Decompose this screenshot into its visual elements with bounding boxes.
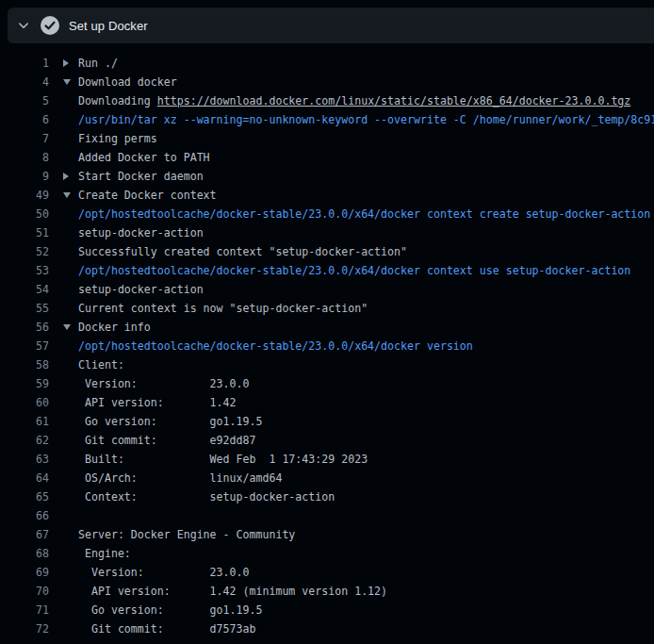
log-line-body: Version: 23.0.0 — [49, 563, 654, 582]
line-number[interactable]: 68 — [0, 544, 49, 563]
log-group-line[interactable]: 1Run ./ — [0, 54, 654, 73]
log-text: Server: Docker Engine - Community — [78, 528, 295, 541]
log-line-body: Git commit: d7573ab — [49, 619, 654, 638]
log-line-body: Go version: go1.19.5 — [49, 601, 654, 619]
log-text: Go version: go1.19.5 — [78, 415, 262, 428]
step-title: Set up Docker — [69, 19, 148, 33]
log-link[interactable]: https://download.docker.com/linux/static… — [157, 94, 631, 107]
step-header[interactable]: Set up Docker — [8, 8, 654, 43]
line-number[interactable]: 8 — [0, 148, 49, 167]
line-number[interactable]: 58 — [0, 355, 49, 374]
group-title: Start Docker daemon — [78, 170, 204, 183]
check-circle-icon — [41, 16, 59, 35]
log-group-line[interactable]: 56Docker info — [0, 318, 654, 337]
log-line: 7Fixing perms — [0, 129, 654, 148]
log-line: 68 Engine: — [0, 544, 654, 563]
log-text: API version: 1.42 — [78, 396, 237, 409]
log-line-body: Server: Docker Engine - Community — [49, 525, 654, 544]
line-number[interactable]: 67 — [0, 525, 49, 544]
line-number[interactable]: 56 — [0, 318, 49, 337]
triangle-right-icon[interactable] — [63, 59, 69, 67]
log-line: 58Client: — [0, 355, 654, 374]
log-line: 61 Go version: go1.19.5 — [0, 412, 654, 431]
log-text: Current context is now "setup-docker-act… — [78, 302, 368, 315]
log-line-body: Built: Wed Feb 1 17:43:29 2023 — [49, 450, 654, 469]
log-line-body: /opt/hostedtoolcache/docker-stable/23.0.… — [49, 205, 654, 223]
log-line-body[interactable]: Create Docker context — [49, 186, 654, 205]
triangle-down-icon[interactable] — [63, 192, 71, 198]
line-number[interactable]: 60 — [0, 393, 49, 412]
log-group-line[interactable]: 9Start Docker daemon — [0, 167, 654, 186]
chevron-down-icon[interactable] — [16, 18, 31, 33]
line-number[interactable]: 50 — [0, 205, 49, 223]
log-line: 6/usr/bin/tar xz --warning=no-unknown-ke… — [0, 110, 654, 129]
line-number[interactable]: 61 — [0, 412, 49, 431]
log-line: 69 Version: 23.0.0 — [0, 563, 654, 582]
line-number[interactable]: 4 — [0, 73, 49, 91]
group-title: Run ./ — [78, 57, 118, 70]
log-group-line[interactable]: 49Create Docker context — [0, 186, 654, 205]
log-line-body[interactable]: Start Docker daemon — [49, 167, 654, 186]
log-line: 50/opt/hostedtoolcache/docker-stable/23.… — [0, 205, 654, 223]
line-number[interactable]: 63 — [0, 450, 49, 469]
line-number[interactable]: 5 — [0, 91, 49, 110]
line-number[interactable]: 54 — [0, 280, 49, 299]
log-line-body[interactable]: Download docker — [49, 73, 654, 91]
line-number[interactable]: 49 — [0, 186, 49, 205]
line-number[interactable]: 69 — [0, 563, 49, 582]
log-line: 8Added Docker to PATH — [0, 148, 654, 167]
log-line: 70 API version: 1.42 (minimum version 1.… — [0, 582, 654, 601]
log-text: Fixing perms — [78, 132, 157, 145]
line-number[interactable]: 6 — [0, 110, 49, 129]
line-number[interactable]: 53 — [0, 261, 49, 280]
triangle-down-icon[interactable] — [63, 79, 71, 85]
log-text: Client: — [78, 358, 124, 372]
log-line-body: Current context is now "setup-docker-act… — [49, 299, 654, 318]
line-number[interactable]: 52 — [0, 242, 49, 261]
line-number[interactable]: 9 — [0, 167, 49, 186]
log-line: 59 Version: 23.0.0 — [0, 374, 654, 393]
log-line-body: API version: 1.42 (minimum version 1.12) — [49, 582, 654, 601]
log-line-body: setup-docker-action — [49, 223, 654, 242]
line-number[interactable]: 66 — [0, 506, 49, 525]
log-line-body: Engine: — [49, 544, 654, 563]
log-line: 57/opt/hostedtoolcache/docker-stable/23.… — [0, 337, 654, 355]
log-line: 72 Git commit: d7573ab — [0, 619, 654, 638]
line-number[interactable]: 59 — [0, 374, 49, 393]
line-number[interactable]: 71 — [0, 601, 49, 619]
line-number[interactable]: 51 — [0, 223, 49, 242]
log-line-body: API version: 1.42 — [49, 393, 654, 412]
log-command: /opt/hostedtoolcache/docker-stable/23.0.… — [78, 339, 473, 353]
triangle-right-icon[interactable] — [63, 173, 69, 180]
log-text: Built: Wed Feb 1 17:43:29 2023 — [78, 453, 368, 466]
log-line-body: Successfully created context "setup-dock… — [49, 242, 654, 261]
log-text: Go version: go1.19.5 — [78, 603, 262, 617]
line-number[interactable]: 64 — [0, 469, 49, 487]
line-number[interactable]: 7 — [0, 129, 49, 148]
log-text: Git commit: d7573ab — [78, 622, 255, 636]
log-group-line[interactable]: 4Download docker — [0, 73, 654, 91]
log-line: 67Server: Docker Engine - Community — [0, 525, 654, 544]
line-number[interactable]: 65 — [0, 487, 49, 506]
log-line: 55Current context is now "setup-docker-a… — [0, 299, 654, 318]
log-text: Engine: — [78, 547, 131, 560]
line-number[interactable]: 57 — [0, 337, 49, 355]
log-text: Added Docker to PATH — [78, 151, 210, 164]
log-line-body[interactable]: Run ./ — [49, 54, 654, 73]
log-text: Version: 23.0.0 — [78, 566, 249, 579]
log-line: 51setup-docker-action — [0, 223, 654, 242]
log-command: /opt/hostedtoolcache/docker-stable/23.0.… — [78, 264, 630, 277]
triangle-down-icon[interactable] — [63, 324, 71, 330]
line-number[interactable]: 1 — [0, 54, 49, 73]
log-text: Downloading — [78, 94, 157, 107]
log-line-body[interactable]: Docker info — [49, 318, 654, 337]
log-line-body: Client: — [49, 355, 654, 374]
log-text: setup-docker-action — [78, 283, 204, 296]
log-line: 64 OS/Arch: linux/amd64 — [0, 469, 654, 487]
line-number[interactable]: 72 — [0, 619, 49, 638]
line-number[interactable]: 70 — [0, 582, 49, 601]
line-number[interactable]: 55 — [0, 299, 49, 318]
log-line-body: Git commit: e92dd87 — [49, 431, 654, 450]
line-number[interactable]: 62 — [0, 431, 49, 450]
log-line: 65 Context: setup-docker-action — [0, 487, 654, 506]
